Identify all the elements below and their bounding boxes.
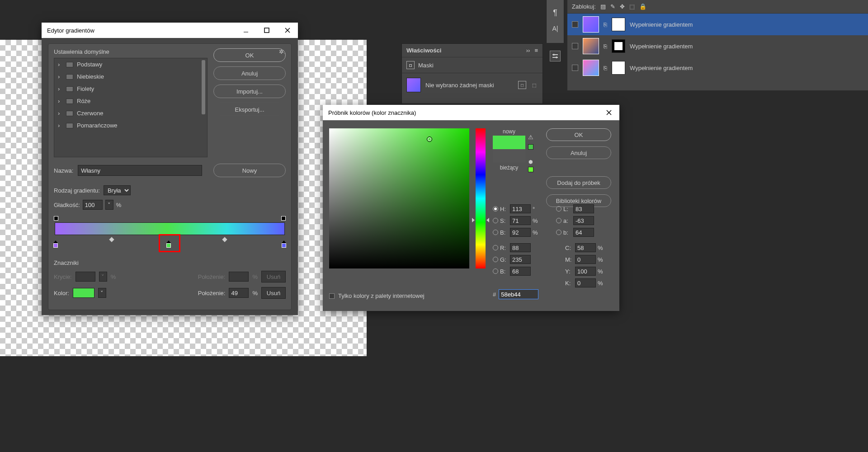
visibility-checkbox[interactable] xyxy=(572,65,578,71)
mask-mode-icon[interactable]: ◘ xyxy=(406,61,415,69)
paragraph-icon[interactable]: ¶ xyxy=(553,8,557,18)
panel-menu-icon[interactable]: ≡ xyxy=(534,47,538,54)
collapse-icon[interactable]: ›› xyxy=(526,47,530,54)
color-stop[interactable] xyxy=(53,240,58,248)
vector-mask-icon[interactable]: ⬚ xyxy=(530,81,538,89)
delete-color-stop-button[interactable]: Usuń xyxy=(261,287,286,299)
r-radio[interactable] xyxy=(493,245,498,250)
g-radio[interactable] xyxy=(493,257,498,262)
stop-color-swatch[interactable] xyxy=(73,288,94,298)
visibility-checkbox[interactable] xyxy=(572,21,578,28)
lock-artboard-icon[interactable]: ⬚ xyxy=(629,3,635,10)
g-input[interactable] xyxy=(510,255,531,264)
bri-radio[interactable] xyxy=(493,230,498,235)
import-button[interactable]: Importuj... xyxy=(213,85,286,98)
layer-mask-thumb[interactable] xyxy=(612,18,625,31)
preset-folder-label: Czerwone xyxy=(77,110,104,117)
b-input[interactable] xyxy=(510,228,531,237)
gradient-ramp[interactable] xyxy=(54,216,286,252)
adjustments-icon[interactable] xyxy=(550,51,561,61)
websafe-checkbox[interactable] xyxy=(329,293,335,299)
preset-folder[interactable]: ›Czerwone xyxy=(54,107,207,119)
lock-transparency-icon[interactable]: ▨ xyxy=(600,3,606,10)
cancel-button[interactable]: Anuluj xyxy=(546,146,611,159)
saturation-value-field[interactable] xyxy=(329,128,469,268)
layer-name[interactable]: Wypełnienie gradientem xyxy=(630,65,693,71)
layer-name[interactable]: Wypełnienie gradientem xyxy=(630,21,693,28)
color-position-input[interactable] xyxy=(229,288,249,298)
ok-button[interactable]: OK xyxy=(546,128,611,141)
color-stop[interactable] xyxy=(281,240,287,248)
smooth-input[interactable] xyxy=(83,200,103,210)
preset-folder[interactable]: ›Podstawy xyxy=(54,58,207,71)
name-input[interactable] xyxy=(78,165,202,176)
r-input[interactable] xyxy=(510,243,531,252)
scrollbar-thumb[interactable] xyxy=(202,60,205,114)
preset-list[interactable]: ›Podstawy ›Niebieskie ›Fiolety ›Róże ›Cz… xyxy=(54,58,208,157)
layer-mask-thumb[interactable] xyxy=(612,39,625,53)
y-input[interactable] xyxy=(575,267,596,276)
midpoint-diamond[interactable] xyxy=(222,237,227,242)
smooth-dropdown[interactable]: ˅ xyxy=(105,200,113,210)
y-label: Y: xyxy=(565,268,573,275)
b2-input[interactable] xyxy=(510,267,531,276)
layer-name[interactable]: Wypełnienie gradientem xyxy=(630,43,693,50)
websafe-warning-icon[interactable]: ⬢ xyxy=(528,159,533,165)
close-button[interactable] xyxy=(277,23,298,38)
gradient-bar[interactable] xyxy=(55,222,285,235)
sv-cursor[interactable] xyxy=(427,137,432,142)
m-input[interactable] xyxy=(575,255,596,264)
l-radio[interactable] xyxy=(556,206,561,212)
lock-brush-icon[interactable]: ✎ xyxy=(610,3,615,10)
folder-icon xyxy=(66,74,73,80)
gamut-warning-icon[interactable]: ⚠ xyxy=(528,134,533,141)
visibility-checkbox[interactable] xyxy=(572,43,578,49)
maximize-button[interactable] xyxy=(256,23,277,38)
current-color-swatch[interactable] xyxy=(493,149,525,163)
b2-radio[interactable] xyxy=(493,268,498,274)
folder-icon xyxy=(66,62,73,67)
lock-all-icon[interactable]: 🔒 xyxy=(639,3,646,10)
preset-folder[interactable]: ›Pomarańczowe xyxy=(54,119,207,132)
preset-folder[interactable]: ›Róże xyxy=(54,95,207,107)
pixel-mask-icon[interactable]: □ xyxy=(518,81,526,89)
preset-folder[interactable]: ›Niebieskie xyxy=(54,71,207,83)
char-panel-icon[interactable]: A| xyxy=(552,25,558,32)
lock-move-icon[interactable]: ✥ xyxy=(620,3,625,10)
add-swatch-button[interactable]: Dodaj do próbek xyxy=(546,176,611,189)
layer-row[interactable]: ⎘ Wypełnienie gradientem xyxy=(567,14,868,35)
layer-row[interactable]: ⎘ Wypełnienie gradientem xyxy=(567,35,868,57)
gamut-swatch[interactable] xyxy=(528,144,533,150)
cancel-button[interactable]: Anuluj xyxy=(213,66,286,80)
color-dropdown[interactable]: ˅ xyxy=(98,288,106,298)
sat-radio[interactable] xyxy=(493,218,498,223)
layer-row[interactable]: ⎘ Wypełnienie gradientem xyxy=(567,57,868,79)
h-input[interactable] xyxy=(510,204,531,213)
ok-button[interactable]: OK xyxy=(213,48,286,62)
new-button[interactable]: Nowy xyxy=(213,164,286,177)
a-input[interactable] xyxy=(573,216,594,225)
layer-mask-thumb[interactable] xyxy=(612,61,625,75)
labb-input[interactable] xyxy=(573,228,594,237)
hue-radio[interactable] xyxy=(493,206,498,212)
hue-slider[interactable] xyxy=(476,128,486,268)
preset-folder[interactable]: ›Fiolety xyxy=(54,83,207,95)
a-radio[interactable] xyxy=(556,218,561,223)
minimize-button[interactable] xyxy=(236,23,256,38)
type-select[interactable]: Bryła xyxy=(104,185,131,195)
k-input[interactable] xyxy=(575,278,596,287)
lab-b-radio[interactable] xyxy=(556,230,561,235)
websafe-swatch[interactable] xyxy=(528,167,533,172)
opacity-stop[interactable] xyxy=(54,216,58,221)
midpoint-diamond[interactable] xyxy=(109,237,114,242)
hex-input[interactable] xyxy=(499,289,538,299)
scrollbar[interactable] xyxy=(201,59,206,156)
titlebar[interactable]: Próbnik kolorów (kolor znacznika) xyxy=(323,105,619,120)
l-input[interactable] xyxy=(573,204,594,213)
opacity-stop[interactable] xyxy=(281,216,286,221)
pct-label: % xyxy=(116,202,122,208)
c-input[interactable] xyxy=(575,243,596,252)
titlebar[interactable]: Edytor gradientów xyxy=(42,23,298,38)
close-button[interactable] xyxy=(599,105,619,120)
s-input[interactable] xyxy=(510,216,531,225)
